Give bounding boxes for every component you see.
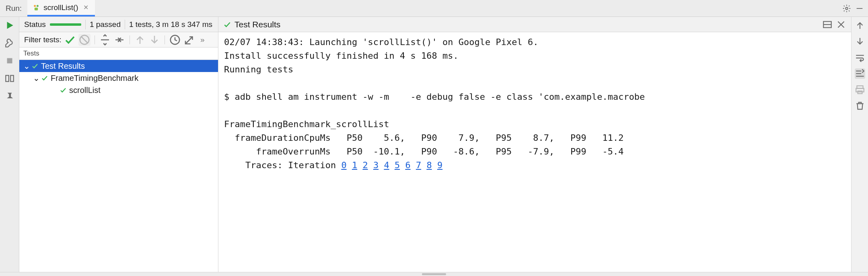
show-passed-icon[interactable] — [64, 34, 76, 46]
scroll-down-icon[interactable] — [855, 36, 865, 47]
check-icon — [41, 74, 48, 82]
svg-rect-6 — [7, 58, 12, 64]
svg-rect-7 — [6, 75, 9, 81]
wrench-icon[interactable] — [4, 38, 15, 48]
trace-link[interactable]: 8 — [426, 160, 432, 170]
status-label: Status — [24, 20, 46, 29]
check-icon — [223, 21, 231, 29]
minimize-icon[interactable] — [855, 4, 864, 13]
tests-panel: Status 1 passed 1 tests, 3 m 18 s 347 ms… — [19, 17, 218, 272]
stop-button[interactable] — [4, 56, 15, 66]
soft-wrap-icon[interactable] — [855, 52, 865, 63]
progress-bar — [50, 23, 81, 26]
expand-all-icon[interactable] — [99, 34, 111, 46]
next-failed-icon[interactable] — [148, 34, 160, 46]
run-label: Run: — [0, 4, 27, 13]
run-header: Run: scrollList() ✕ — [0, 0, 868, 17]
clear-icon[interactable] — [855, 101, 865, 111]
close-output-icon[interactable] — [836, 19, 846, 30]
print-icon[interactable] — [855, 84, 865, 95]
prev-failed-icon[interactable] — [134, 34, 146, 46]
trace-link[interactable]: 3 — [373, 160, 378, 170]
trace-link[interactable]: 2 — [362, 160, 368, 170]
test-tree[interactable]: ⌄Test Results⌄FrameTimingBenchmarkscroll… — [19, 60, 218, 272]
close-icon[interactable]: ✕ — [82, 4, 90, 11]
layout-toggle-icon[interactable] — [822, 19, 833, 30]
show-ignored-icon[interactable] — [78, 34, 91, 46]
trace-link[interactable]: 5 — [395, 160, 400, 170]
status-bar: Status 1 passed 1 tests, 3 m 18 s 347 ms — [19, 17, 218, 32]
layout-icon[interactable] — [4, 73, 15, 84]
pin-icon[interactable] — [4, 91, 15, 101]
tab-label: scrollList() — [43, 3, 78, 12]
test-history-icon[interactable] — [169, 34, 181, 46]
trace-link[interactable]: 6 — [405, 160, 410, 170]
tree-row[interactable]: ⌄FrameTimingBenchmark — [19, 72, 218, 84]
tree-label: scrollList — [69, 86, 101, 95]
svg-point-1 — [37, 5, 39, 7]
filter-label: Filter tests: — [24, 35, 62, 44]
trace-link[interactable]: 9 — [437, 160, 442, 170]
chevron-down-icon[interactable]: ⌄ — [33, 73, 39, 83]
output-header: Test Results — [218, 17, 851, 32]
console-output[interactable]: 02/07 14:38:43: Launching 'scrollList()'… — [218, 32, 851, 272]
trace-link[interactable]: 1 — [352, 160, 357, 170]
svg-point-0 — [34, 5, 36, 7]
run-toolbar — [0, 17, 19, 272]
output-toolbar — [851, 17, 868, 272]
svg-point-3 — [845, 7, 848, 10]
check-icon — [60, 87, 67, 94]
svg-line-10 — [81, 37, 87, 43]
svg-line-16 — [185, 37, 193, 44]
run-config-tab[interactable]: scrollList() ✕ — [27, 0, 95, 16]
tree-row[interactable]: ⌄Test Results — [19, 60, 218, 72]
run-button[interactable] — [4, 20, 15, 31]
collapse-all-icon[interactable] — [113, 34, 125, 46]
test-summary: 1 tests, 3 m 18 s 347 ms — [129, 20, 212, 29]
svg-marker-5 — [7, 22, 13, 29]
check-icon — [31, 62, 39, 70]
scroll-to-end-icon[interactable] — [855, 68, 865, 79]
gear-icon[interactable] — [842, 4, 851, 13]
svg-rect-2 — [35, 8, 38, 10]
filter-toolbar: Filter tests: — [19, 32, 218, 47]
import-tests-icon[interactable] — [183, 34, 195, 46]
resize-handle[interactable] — [0, 272, 868, 276]
svg-rect-8 — [10, 75, 14, 81]
tree-row[interactable]: scrollList — [19, 84, 218, 96]
tests-header: Tests — [19, 47, 218, 60]
chevron-down-icon[interactable]: ⌄ — [23, 61, 29, 71]
android-test-icon — [32, 4, 40, 12]
tree-label: Test Results — [41, 62, 85, 71]
scroll-up-icon[interactable] — [855, 20, 865, 31]
tree-label: FrameTimingBenchmark — [51, 74, 138, 83]
trace-link[interactable]: 7 — [416, 160, 421, 170]
output-panel: Test Results 02/07 14:38:43: Launching '… — [218, 17, 851, 272]
passed-count: 1 passed — [90, 20, 121, 29]
trace-link[interactable]: 4 — [384, 160, 389, 170]
more-icon[interactable]: » — [198, 35, 207, 44]
output-title: Test Results — [234, 20, 280, 29]
trace-link[interactable]: 0 — [341, 160, 346, 170]
